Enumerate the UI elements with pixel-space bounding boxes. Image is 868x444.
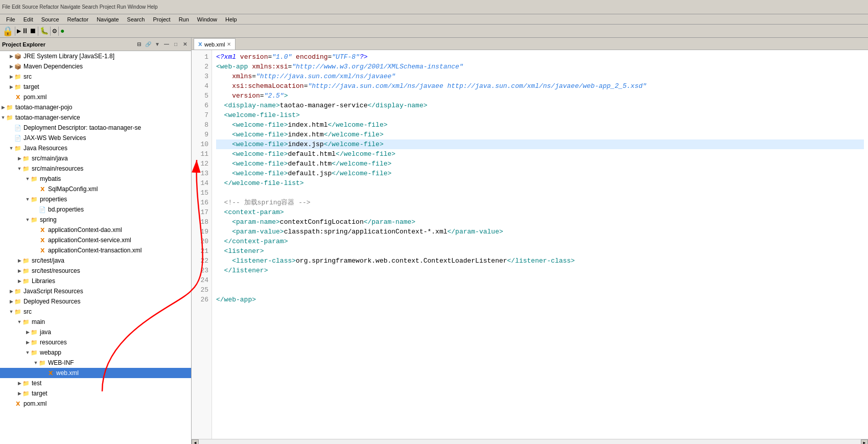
expand-arrow[interactable]: ▶ bbox=[16, 381, 22, 386]
expand-arrow[interactable]: ▶ bbox=[25, 340, 31, 345]
tree-item-label: applicationContext-dao.xml bbox=[48, 226, 122, 233]
expand-arrow[interactable]: ▼ bbox=[25, 350, 31, 355]
tree-item-pom2[interactable]: 𝗫pom.xml bbox=[0, 399, 191, 409]
expand-arrow[interactable]: ▼ bbox=[16, 166, 22, 171]
expand-arrow[interactable]: ▶ bbox=[8, 64, 14, 69]
scroll-track[interactable] bbox=[199, 439, 861, 444]
code-line-26: </web-app> bbox=[216, 295, 864, 305]
tree-item-mybatis[interactable]: ▼📁mybatis bbox=[0, 174, 191, 184]
code-line-25 bbox=[216, 285, 864, 295]
tree-item-src_main_res[interactable]: ▼📁src/main/resources bbox=[0, 163, 191, 174]
horizontal-scrollbar[interactable]: ◀ ▶ bbox=[192, 439, 868, 444]
tree-item-pojo[interactable]: ▶📁taotao-manager-pojo bbox=[0, 102, 191, 112]
tree-item-label: java bbox=[40, 329, 51, 336]
link-editor-icon[interactable]: 🔗 bbox=[144, 40, 152, 49]
expand-arrow[interactable]: ▼ bbox=[0, 115, 6, 120]
expand-arrow[interactable]: ▶ bbox=[16, 391, 22, 396]
xml-icon: 𝗫 bbox=[39, 236, 47, 244]
scroll-left-icon[interactable]: ◀ bbox=[192, 439, 199, 445]
web-xml-tab[interactable]: 𝗫 web.xml ✕ bbox=[194, 38, 236, 50]
tree-item-pom[interactable]: 𝗫pom.xml bbox=[0, 92, 191, 102]
tree-item-src_test_java[interactable]: ▶📁src/test/java bbox=[0, 255, 191, 266]
minimize-icon[interactable]: — bbox=[162, 40, 171, 49]
tab-close-icon[interactable]: ✕ bbox=[227, 41, 231, 47]
tree-item-webapp[interactable]: ▼📁webapp bbox=[0, 347, 191, 358]
tree-item-webinf[interactable]: ▼📁WEB-INF bbox=[0, 358, 191, 368]
expand-arrow[interactable]: ▶ bbox=[16, 258, 22, 263]
menu-project[interactable]: Project bbox=[149, 15, 174, 24]
tree-item-appctx_svc[interactable]: 𝗫applicationContext-service.xml bbox=[0, 235, 191, 245]
tree-item-src_test_res[interactable]: ▶📁src/test/resources bbox=[0, 266, 191, 276]
maximize-icon[interactable]: □ bbox=[172, 40, 180, 49]
expand-arrow[interactable]: ▶ bbox=[8, 289, 14, 294]
code-editor[interactable]: 1234567891011121314151617181920212223242… bbox=[192, 50, 868, 439]
code-line-16: <!-- 加载spring容器 --> bbox=[216, 198, 864, 207]
tree-item-target[interactable]: ▶📁target bbox=[0, 82, 191, 92]
tree-item-jre[interactable]: ▶📦JRE System Library [JavaSE-1.8] bbox=[0, 51, 191, 61]
tree-item-appctx_tx[interactable]: 𝗫applicationContext-transaction.xml bbox=[0, 245, 191, 255]
expand-arrow[interactable]: ▼ bbox=[25, 197, 31, 202]
tree-item-properties[interactable]: ▼📁properties bbox=[0, 194, 191, 204]
tree-item-java2[interactable]: ▶📁java bbox=[0, 327, 191, 337]
project-tree: ▶📦JRE System Library [JavaSE-1.8]▶📦Maven… bbox=[0, 51, 191, 444]
tree-item-deploy_desc[interactable]: 📄Deployment Descriptor: taotao-manager-s… bbox=[0, 123, 191, 133]
tree-item-js_res[interactable]: ▶📁JavaScript Resources bbox=[0, 286, 191, 296]
menu-window[interactable]: Window bbox=[193, 15, 221, 24]
expand-arrow[interactable]: ▶ bbox=[8, 84, 14, 89]
tree-item-maven[interactable]: ▶📦Maven Dependencies bbox=[0, 61, 191, 72]
expand-arrow[interactable]: ▼ bbox=[8, 146, 14, 151]
menu-edit[interactable]: Edit bbox=[19, 15, 37, 24]
code-line-4: xsi:schemaLocation="http://java.sun.com/… bbox=[216, 81, 864, 91]
menu-icon[interactable]: ▼ bbox=[153, 40, 161, 49]
tree-item-service[interactable]: ▼📁taotao-manager-service bbox=[0, 112, 191, 123]
tree-item-spring[interactable]: ▼📁spring bbox=[0, 215, 191, 225]
editor-content[interactable]: 1234567891011121314151617181920212223242… bbox=[192, 50, 868, 444]
menu-help[interactable]: Help bbox=[221, 15, 241, 24]
expand-arrow[interactable]: ▶ bbox=[16, 156, 22, 161]
menu-source[interactable]: Source bbox=[37, 15, 63, 24]
menu-search[interactable]: Search bbox=[123, 15, 149, 24]
expand-arrow[interactable]: ▼ bbox=[16, 319, 22, 324]
expand-arrow[interactable]: ▼ bbox=[8, 309, 14, 314]
close-icon[interactable]: ✕ bbox=[181, 40, 189, 49]
menu-run[interactable]: Run bbox=[175, 15, 193, 24]
tree-item-resources2[interactable]: ▶📁resources bbox=[0, 337, 191, 347]
tree-item-src_main_java[interactable]: ▶📁src/main/java bbox=[0, 153, 191, 163]
code-area[interactable]: <?xml version="1.0" encoding="UTF-8"?><w… bbox=[212, 50, 868, 439]
expand-arrow[interactable]: ▼ bbox=[25, 176, 31, 181]
expand-arrow[interactable]: ▶ bbox=[8, 299, 14, 304]
tree-item-sqlmap[interactable]: 𝗫SqlMapConfig.xml bbox=[0, 184, 191, 194]
menu-navigate[interactable]: Navigate bbox=[92, 15, 123, 24]
expand-arrow[interactable]: ▶ bbox=[16, 268, 22, 273]
expand-arrow[interactable]: ▼ bbox=[25, 217, 31, 222]
toolbar-row2: 🔒 ▶⏸⏹ 🐛 ⚙️ ● bbox=[0, 25, 868, 38]
folder-icon: 📁 bbox=[14, 144, 22, 152]
expand-arrow[interactable]: ▼ bbox=[33, 360, 39, 365]
tree-item-java_res[interactable]: ▼📁Java Resources bbox=[0, 143, 191, 153]
expand-arrow[interactable]: ▶ bbox=[0, 105, 6, 110]
expand-arrow[interactable]: ▶ bbox=[8, 74, 14, 79]
code-line-2: <web-app xmlns:xsi="http://www.w3.org/20… bbox=[216, 62, 864, 72]
tree-item-bd_prop[interactable]: 📄bd.properties bbox=[0, 204, 191, 215]
code-line-19: <param-value>classpath:spring/applicatio… bbox=[216, 227, 864, 237]
tree-item-jaxws[interactable]: 📄JAX-WS Web Services bbox=[0, 133, 191, 143]
tree-item-main[interactable]: ▼📁main bbox=[0, 317, 191, 327]
collapse-all-icon[interactable]: ⊟ bbox=[135, 40, 143, 49]
xml-icon: 𝗫 bbox=[47, 369, 55, 377]
menubar: File Edit Source Refactor Navigate Searc… bbox=[0, 14, 868, 25]
expand-arrow[interactable]: ▶ bbox=[16, 278, 22, 284]
tree-item-appctx_dao[interactable]: 𝗫applicationContext-dao.xml bbox=[0, 225, 191, 235]
tree-item-src2[interactable]: ▼📁src bbox=[0, 307, 191, 317]
menu-file[interactable]: File bbox=[2, 15, 19, 24]
tree-item-target2[interactable]: ▶📁target bbox=[0, 388, 191, 399]
scroll-right-icon[interactable]: ▶ bbox=[861, 439, 868, 445]
tree-item-web_xml[interactable]: 𝗫web.xml bbox=[0, 368, 191, 378]
line-number-11: 11 bbox=[194, 149, 208, 159]
expand-arrow[interactable]: ▶ bbox=[8, 54, 14, 59]
tree-item-deployed[interactable]: ▶📁Deployed Resources bbox=[0, 296, 191, 307]
tree-item-libraries[interactable]: ▶📁Libraries bbox=[0, 276, 191, 286]
expand-arrow[interactable]: ▶ bbox=[25, 330, 31, 335]
tree-item-test[interactable]: ▶📁test bbox=[0, 378, 191, 388]
tree-item-src[interactable]: ▶📁src bbox=[0, 72, 191, 82]
menu-refactor[interactable]: Refactor bbox=[63, 15, 93, 24]
